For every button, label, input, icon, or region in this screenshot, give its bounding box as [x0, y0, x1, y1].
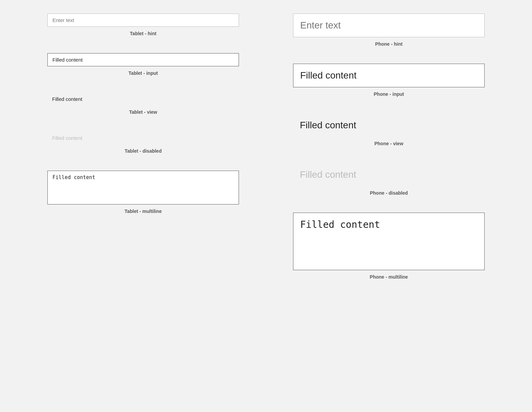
- tablet-multiline-label: Tablet - multiline: [125, 209, 162, 214]
- phone-multiline-field[interactable]: Filled content: [293, 213, 485, 270]
- tablet-input-label: Tablet - input: [129, 70, 158, 76]
- phone-multiline-label: Phone - multiline: [370, 274, 408, 280]
- phone-disabled-field: [293, 163, 485, 186]
- phone-view-group: Phone - view: [293, 114, 485, 146]
- tablet-input-field[interactable]: [47, 53, 239, 66]
- phone-input-label: Phone - input: [374, 91, 404, 97]
- tablet-view-field: [47, 93, 239, 105]
- tablet-disabled-label: Tablet - disabled: [125, 148, 161, 154]
- phone-multiline-group: Filled content Phone - multiline: [293, 213, 485, 280]
- tablet-multiline-field[interactable]: Filled content: [47, 171, 239, 204]
- phone-input-group: Phone - input: [293, 64, 485, 97]
- tablet-input-group: Tablet - input: [47, 53, 239, 76]
- phone-view-field: [293, 114, 485, 137]
- tablet-disabled-field: [47, 132, 239, 144]
- phone-hint-label: Phone - hint: [375, 41, 403, 47]
- tablet-view-label: Tablet - view: [129, 109, 157, 115]
- phone-input-field[interactable]: [293, 64, 485, 87]
- tablet-multiline-group: Filled content Tablet - multiline: [47, 171, 239, 214]
- tablet-view-group: Tablet - view: [47, 93, 239, 115]
- phone-view-label: Phone - view: [374, 141, 403, 146]
- tablet-hint-input[interactable]: [47, 14, 239, 27]
- tablet-hint-group: Tablet - hint: [47, 14, 239, 36]
- phone-disabled-label: Phone - disabled: [370, 190, 408, 196]
- phone-hint-group: Phone - hint: [293, 14, 485, 47]
- phone-hint-input[interactable]: [293, 14, 485, 37]
- tablet-disabled-group: Tablet - disabled: [47, 132, 239, 154]
- tablet-hint-label: Tablet - hint: [130, 31, 156, 36]
- phone-disabled-group: Phone - disabled: [293, 163, 485, 196]
